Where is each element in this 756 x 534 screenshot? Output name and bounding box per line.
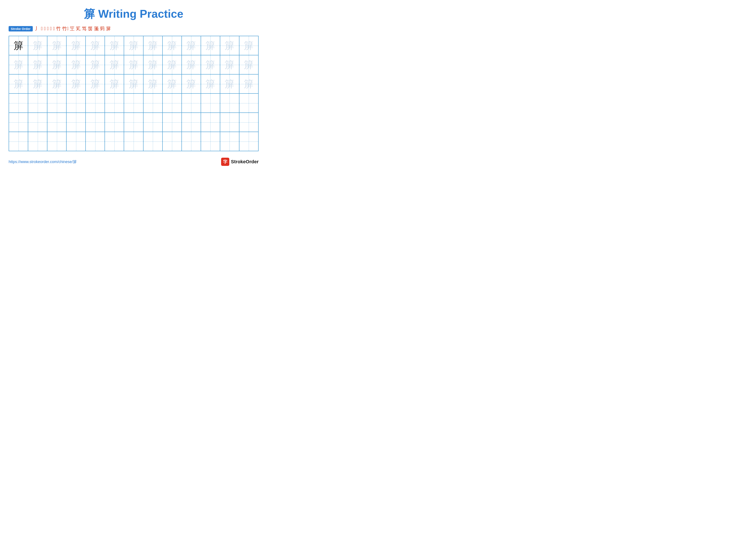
grid-cell[interactable] [182, 93, 201, 113]
grid-cell[interactable] [182, 113, 201, 132]
grid-cell[interactable]: 箳 [143, 74, 162, 93]
cell-character: 箳 [90, 41, 100, 51]
grid-cell[interactable]: 箳 [105, 74, 124, 93]
grid-cell[interactable]: 箳 [9, 55, 28, 74]
grid-cell[interactable]: 箳 [239, 55, 258, 74]
grid-cell[interactable] [201, 113, 220, 132]
cell-character: 箳 [52, 41, 62, 51]
cell-character: 箳 [148, 60, 158, 70]
grid-cell[interactable]: 箳 [28, 74, 47, 93]
grid-cell[interactable] [47, 113, 67, 132]
grid-cell[interactable] [9, 132, 28, 151]
grid-cell[interactable]: 箳 [105, 55, 124, 74]
grid-cell[interactable]: 箳 [86, 74, 105, 93]
grid-cell[interactable] [162, 132, 182, 151]
grid-cell[interactable]: 箳 [162, 36, 182, 55]
grid-cell[interactable]: 箳 [182, 36, 201, 55]
grid-cell[interactable] [124, 113, 143, 132]
grid-cell[interactable]: 箳 [47, 36, 67, 55]
grid-cell[interactable] [124, 132, 143, 151]
grid-cell[interactable]: 箳 [47, 74, 67, 93]
grid-cell[interactable] [162, 113, 182, 132]
grid-cell[interactable] [201, 132, 220, 151]
grid-cell[interactable]: 箳 [86, 55, 105, 74]
grid-cell[interactable] [143, 132, 162, 151]
grid-cell[interactable] [67, 132, 86, 151]
stroke-step-13: 箋 [94, 25, 99, 32]
grid-cell[interactable] [239, 132, 258, 151]
grid-cell[interactable] [105, 93, 124, 113]
grid-cell[interactable]: 箳 [124, 55, 143, 74]
grid-cell[interactable]: 箳 [67, 74, 86, 93]
grid-cell[interactable] [28, 132, 47, 151]
grid-cell[interactable] [143, 113, 162, 132]
grid-cell[interactable] [124, 93, 143, 113]
grid-cell[interactable] [28, 113, 47, 132]
grid-cell[interactable] [201, 93, 220, 113]
grid-cell[interactable]: 箳 [143, 55, 162, 74]
cell-character: 箳 [186, 60, 196, 70]
grid-cell[interactable]: 箳 [28, 36, 47, 55]
footer-url[interactable]: https://www.strokeorder.com/chinese/箳 [9, 159, 77, 165]
grid-cell[interactable]: 箳 [220, 55, 239, 74]
grid-cell[interactable] [67, 93, 86, 113]
grid-cell[interactable] [9, 93, 28, 113]
stroke-step-10: 笂 [76, 25, 81, 32]
grid-cell[interactable] [220, 132, 239, 151]
grid-cell[interactable] [86, 132, 105, 151]
cell-character: 箳 [33, 60, 43, 70]
grid-cell[interactable] [105, 132, 124, 151]
grid-cell[interactable]: 箳 [182, 74, 201, 93]
grid-cell[interactable] [239, 113, 258, 132]
cell-character: 箳 [205, 79, 215, 89]
grid-cell[interactable]: 箳 [239, 74, 258, 93]
grid-cell[interactable]: 箳 [220, 74, 239, 93]
grid-cell[interactable] [47, 132, 67, 151]
grid-cell[interactable]: 箳 [9, 74, 28, 93]
grid-cell[interactable]: 箳 [201, 36, 220, 55]
grid-cell[interactable] [143, 93, 162, 113]
grid-cell[interactable]: 箳 [162, 55, 182, 74]
cell-character: 箳 [225, 41, 234, 51]
stroke-order-row: Stroke Order 丿 𠃊 𠄎 𠄎 𠄎 𠄎 竹 竹𠄌 笁 笂 笃 筃 箋 … [9, 25, 258, 32]
grid-cell[interactable]: 箳 [67, 36, 86, 55]
grid-cell[interactable]: 箳 [143, 36, 162, 55]
grid-cell[interactable] [239, 93, 258, 113]
grid-cell[interactable]: 箳 [239, 36, 258, 55]
stroke-step-11: 笃 [82, 25, 87, 32]
grid-cell[interactable] [67, 113, 86, 132]
grid-cell[interactable]: 箳 [28, 55, 47, 74]
grid-cell[interactable] [86, 93, 105, 113]
grid-cell[interactable]: 箳 [67, 55, 86, 74]
grid-cell[interactable] [105, 113, 124, 132]
grid-cell[interactable] [9, 113, 28, 132]
grid-cell[interactable]: 箳 [124, 74, 143, 93]
grid-cell[interactable] [162, 93, 182, 113]
grid-cell[interactable]: 箳 [162, 74, 182, 93]
grid-cell[interactable]: 箳 [182, 55, 201, 74]
stroke-step-15: 箳 [106, 25, 111, 32]
grid-cell[interactable]: 箳 [47, 55, 67, 74]
grid-cell[interactable]: 箳 [105, 36, 124, 55]
grid-cell[interactable] [220, 93, 239, 113]
grid-cell[interactable]: 箳 [220, 36, 239, 55]
grid-cell[interactable] [86, 113, 105, 132]
cell-character: 箳 [225, 60, 234, 70]
cell-character: 箳 [52, 60, 62, 70]
page-title: 箳 Writing Practice [84, 8, 183, 20]
cell-character: 箳 [90, 79, 100, 89]
grid-cell[interactable]: 箳 [9, 36, 28, 55]
stroke-step-12: 筃 [88, 25, 93, 32]
stroke-step-7: 竹 [56, 25, 61, 32]
grid-cell[interactable] [47, 93, 67, 113]
grid-cell[interactable] [182, 132, 201, 151]
cell-character: 箳 [109, 41, 120, 51]
grid-cell[interactable] [28, 93, 47, 113]
grid-cell[interactable]: 箳 [201, 74, 220, 93]
grid-cell[interactable]: 箳 [124, 36, 143, 55]
cell-character: 箳 [109, 79, 120, 89]
cell-character: 箳 [186, 41, 196, 51]
grid-cell[interactable]: 箳 [86, 36, 105, 55]
grid-cell[interactable] [220, 113, 239, 132]
grid-cell[interactable]: 箳 [201, 55, 220, 74]
